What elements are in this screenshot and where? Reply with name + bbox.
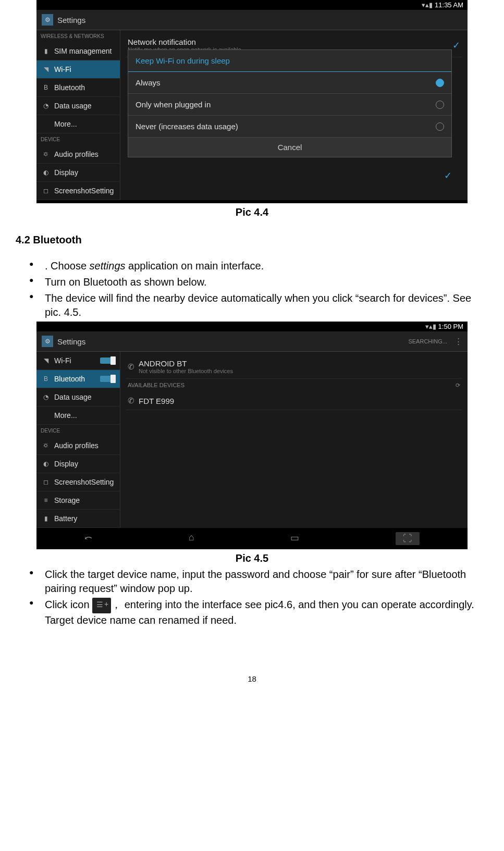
settings-sidebar: WIRELESS & NETWORKS ▮SIM management ◥Wi-… bbox=[36, 30, 120, 200]
app-title: Settings bbox=[57, 337, 85, 346]
sidebar-item-screenshot[interactable]: ◻ScreenshotSetting bbox=[36, 182, 120, 200]
settings-icon: ⚙ bbox=[42, 336, 53, 347]
device-name: ANDROID BT bbox=[139, 359, 233, 368]
dialog-title: Keep Wi-Fi on during sleep bbox=[128, 50, 451, 72]
toggle-on-icon[interactable] bbox=[100, 357, 115, 364]
searching-label: SEARCHING... bbox=[408, 338, 447, 344]
check-icon: ✓ bbox=[452, 40, 460, 51]
sidebar-item-wifi[interactable]: ◥Wi-Fi bbox=[36, 60, 120, 79]
camera-icon: ◻ bbox=[42, 478, 50, 486]
sidebar-item-battery[interactable]: ▮Battery bbox=[36, 510, 120, 528]
display-icon: ◐ bbox=[42, 460, 50, 468]
nav-bar: ⤺ ⌂ ▭ ⛶ bbox=[36, 200, 468, 203]
toggle-on-icon[interactable] bbox=[100, 376, 115, 382]
storage-icon: ≡ bbox=[42, 496, 50, 504]
screenshot-nav-icon[interactable]: ⛶ bbox=[396, 532, 420, 545]
refresh-icon[interactable]: ⟳ bbox=[456, 382, 460, 389]
radio-off-icon bbox=[436, 122, 444, 131]
bullet-list: . Choose settings application on main in… bbox=[22, 259, 482, 319]
bt-settings-icon bbox=[92, 598, 111, 613]
phone-icon: ✆ bbox=[128, 362, 134, 372]
audio-icon: ⛭ bbox=[42, 441, 50, 450]
camera-icon: ◻ bbox=[42, 187, 50, 195]
recent-icon[interactable]: ▭ bbox=[290, 532, 299, 545]
signal-icon: ▾▴▮ bbox=[422, 1, 433, 9]
sidebar-item-display[interactable]: ◐Display bbox=[36, 164, 120, 182]
sidebar-item-data-usage[interactable]: ◔Data usage bbox=[36, 388, 120, 406]
dialog-option-never[interactable]: Never (increases data usage) bbox=[128, 116, 451, 138]
wifi-icon: ◥ bbox=[42, 356, 50, 365]
status-bar: ▾▴▮ 1:50 PM bbox=[36, 322, 468, 331]
radio-off-icon bbox=[436, 101, 444, 109]
section-header: DEVICE bbox=[36, 133, 120, 145]
settings-main: ✆ ANDROID BT Not visible to other Blueto… bbox=[120, 352, 468, 528]
check-icon: ✓ bbox=[444, 170, 452, 181]
row-this-device[interactable]: ✆ ANDROID BT Not visible to other Blueto… bbox=[126, 355, 462, 379]
audio-icon: ⛭ bbox=[42, 150, 50, 158]
back-icon[interactable]: ⤺ bbox=[84, 532, 92, 545]
wifi-icon: ◥ bbox=[42, 65, 50, 73]
row-title: Network notification bbox=[128, 38, 241, 46]
app-bar: ⚙ Settings SEARCHING... ⋮ bbox=[36, 331, 468, 352]
dialog-cancel-button[interactable]: Cancel bbox=[128, 138, 451, 157]
available-devices-header: AVAILABLE DEVICES ⟳ bbox=[126, 379, 462, 392]
device-sub: Not visible to other Bluetooth devices bbox=[139, 368, 233, 374]
sidebar-item-storage[interactable]: ≡Storage bbox=[36, 491, 120, 510]
figure-caption: Pic 4.4 bbox=[16, 206, 488, 218]
sidebar-item-bluetooth[interactable]: BBluetooth bbox=[36, 370, 120, 388]
section-heading: 4.2 Bluetooth bbox=[16, 234, 488, 246]
display-icon: ◐ bbox=[42, 168, 50, 177]
menu-icon[interactable]: ⋮ bbox=[454, 337, 462, 346]
sidebar-item-more[interactable]: More... bbox=[36, 115, 120, 133]
status-bar: ▾▴▮ 11:35 AM bbox=[36, 0, 468, 10]
row-found-device[interactable]: ✆ FDT E999 bbox=[126, 392, 462, 410]
sidebar-item-bluetooth[interactable]: BBluetooth bbox=[36, 79, 120, 97]
figure-caption: Pic 4.5 bbox=[16, 552, 488, 564]
sidebar-item-more[interactable]: More... bbox=[36, 406, 120, 425]
list-item: . Choose settings application on main in… bbox=[22, 259, 482, 273]
phone-icon: ✆ bbox=[128, 396, 134, 405]
sidebar-item-audio[interactable]: ⛭Audio profiles bbox=[36, 437, 120, 455]
section-header: DEVICE bbox=[36, 425, 120, 437]
sidebar-item-sim[interactable]: ▮SIM management bbox=[36, 42, 120, 60]
data-icon: ◔ bbox=[42, 102, 50, 110]
home-icon[interactable]: ⌂ bbox=[189, 532, 194, 545]
screenshot-pic-4-4: ▾▴▮ 11:35 AM ⚙ Settings WIRELESS & NETWO… bbox=[36, 0, 468, 203]
data-icon: ◔ bbox=[42, 393, 50, 401]
sidebar-item-data-usage[interactable]: ◔Data usage bbox=[36, 97, 120, 115]
bullet-list: Click the target device name, input the … bbox=[22, 568, 482, 627]
document-page: ▾▴▮ 11:35 AM ⚙ Settings WIRELESS & NETWO… bbox=[0, 0, 504, 683]
sidebar-item-display[interactable]: ◐Display bbox=[36, 455, 120, 473]
list-item: Click icon ， entering into the interface… bbox=[22, 598, 482, 627]
bluetooth-icon: B bbox=[42, 375, 50, 383]
dialog-option-always[interactable]: Always bbox=[128, 72, 451, 94]
dialog-option-plugged[interactable]: Only when plugged in bbox=[128, 94, 451, 116]
clock-text: 11:35 AM bbox=[435, 1, 463, 9]
app-title: Settings bbox=[57, 16, 85, 24]
clock-text: 1:50 PM bbox=[438, 323, 463, 330]
settings-icon: ⚙ bbox=[42, 14, 53, 26]
list-item: The device will find the nearby device a… bbox=[22, 291, 482, 319]
radio-on-icon bbox=[436, 79, 444, 87]
bluetooth-icon: B bbox=[42, 83, 50, 92]
sim-icon: ▮ bbox=[42, 47, 50, 55]
app-bar: ⚙ Settings bbox=[36, 10, 468, 30]
nav-bar: ⤺ ⌂ ▭ ⛶ bbox=[36, 528, 468, 549]
found-device-name: FDT E999 bbox=[139, 397, 174, 405]
sidebar-item-wifi[interactable]: ◥Wi-Fi bbox=[36, 352, 120, 370]
sidebar-item-screenshot[interactable]: ◻ScreenshotSetting bbox=[36, 473, 120, 491]
section-header: WIRELESS & NETWORKS bbox=[36, 30, 120, 42]
sidebar-item-audio[interactable]: ⛭Audio profiles bbox=[36, 145, 120, 164]
dialog-keep-wifi: Keep Wi-Fi on during sleep Always Only w… bbox=[128, 50, 452, 181]
screenshot-pic-4-5: ▾▴▮ 1:50 PM ⚙ Settings SEARCHING... ⋮ ◥W… bbox=[36, 322, 468, 549]
list-item: Click the target device name, input the … bbox=[22, 568, 482, 596]
page-number: 18 bbox=[16, 674, 488, 683]
settings-sidebar: ◥Wi-Fi BBluetooth ◔Data usage More... DE… bbox=[36, 352, 120, 528]
list-item: Turn on Bluetooth as shown below. bbox=[22, 275, 482, 289]
signal-icon: ▾▴▮ bbox=[425, 323, 436, 330]
battery-icon: ▮ bbox=[42, 514, 50, 523]
